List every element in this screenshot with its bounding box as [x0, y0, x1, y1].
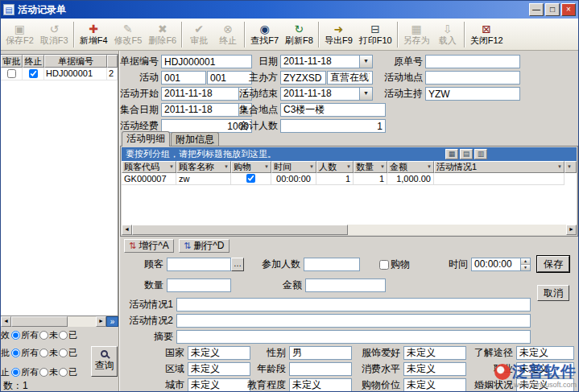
toolbar-add-button[interactable]: ✚ 新增F4 [77, 19, 111, 49]
total-people-input[interactable] [280, 119, 386, 133]
toolbar-load-button[interactable]: ⇩ 载入 [433, 19, 462, 49]
spin-down-icon[interactable]: ▼ [521, 265, 530, 270]
group-by-bar[interactable]: 要按列分组，请把列标题拖放到这里。 [122, 147, 577, 161]
qty-input[interactable] [167, 279, 231, 292]
filter-approve-not-radio[interactable] [39, 349, 48, 357]
delete-row-button[interactable]: ⇅ 删行^D [179, 239, 230, 253]
filter-arrow-icon[interactable]: ▼ [380, 162, 385, 172]
orig-no-input[interactable] [425, 55, 520, 68]
doclist-cell-terminate[interactable] [23, 68, 44, 80]
customer-browse-button[interactable]: … [231, 258, 244, 271]
filter-arrow-icon[interactable]: ▼ [557, 162, 562, 172]
grid-cell-time[interactable]: 00:00:00 [271, 173, 316, 185]
doclist-cell-partial[interactable]: 2 [107, 68, 118, 80]
doclist-header-approve[interactable]: 审批 [1, 55, 23, 68]
column-header-customer-code[interactable]: 顾客代码▼ [122, 161, 176, 173]
toolbar-print-button[interactable]: ⊟ 打印F10 [356, 19, 395, 49]
filter-effective-done[interactable]: 已 [59, 329, 77, 341]
situation2-input[interactable] [176, 314, 531, 328]
grid-cell-customer-code[interactable]: GK000007 [122, 173, 176, 185]
doc-no-input[interactable] [161, 55, 252, 68]
participants-input[interactable] [304, 258, 360, 271]
toolbar-refresh-button[interactable]: ↻ 刷新F8 [282, 19, 316, 49]
toolbar-terminate-button[interactable]: ⊗ 终止 [213, 19, 242, 49]
date-combo[interactable]: 2011-11-18▼ [280, 55, 373, 68]
filter-terminate-done-radio[interactable] [59, 368, 68, 377]
scroll-thumb[interactable] [11, 316, 68, 327]
toolbar-save-as-button[interactable]: ▦ 另存为 [400, 19, 433, 49]
spin-up-icon[interactable]: ▲ [521, 258, 530, 265]
end-date-combo[interactable]: 2011-11-18▼ [280, 87, 373, 101]
column-header-customer-name[interactable]: 顾客名称▼ [176, 161, 231, 173]
cancel-row-button[interactable]: 取消 [537, 285, 569, 301]
filter-arrow-icon[interactable]: ▼ [309, 162, 314, 172]
doclist-cell-approve[interactable] [1, 68, 23, 80]
approved-checkbox[interactable] [7, 69, 16, 78]
filter-effective-done-radio[interactable] [59, 331, 68, 340]
region-input[interactable] [188, 362, 250, 376]
column-header-people[interactable]: 人数▼ [316, 161, 354, 173]
filter-terminate-not-radio[interactable] [39, 368, 48, 377]
doclist-h-scrollbar[interactable]: ◄ ► [1, 316, 106, 327]
filter-arrow-icon[interactable]: ▼ [264, 162, 269, 172]
shopping-field[interactable]: 购物 [379, 258, 410, 271]
toolbar-export-button[interactable]: ➜ 导出F9 [321, 19, 356, 49]
scroll-left-icon[interactable]: ◄ [122, 225, 132, 235]
column-header-time[interactable]: 时间▼ [271, 161, 316, 173]
tab-extra-info[interactable]: 附加信息 [171, 132, 219, 146]
close-button[interactable]: × [561, 3, 576, 16]
minimize-button[interactable]: — [529, 3, 544, 16]
filter-arrow-icon[interactable]: ▼ [427, 162, 432, 172]
filter-approve-done[interactable]: 已 [59, 347, 77, 359]
filter-arrow-icon[interactable]: ▼ [224, 162, 229, 172]
time-field[interactable]: 00:00:00 ▲ ▼ [471, 258, 531, 271]
toolbar-cancel-button[interactable]: ↺ 取消F3 [37, 19, 72, 49]
title-bar[interactable]: ▤ 活动记录单 — □ × [1, 1, 578, 19]
column-header-situation1[interactable]: 活动情况1▼ [434, 161, 565, 173]
column-header-shopping[interactable]: 购物▼ [231, 161, 271, 173]
filter-effective-not-radio[interactable] [39, 331, 48, 340]
filter-approve-all[interactable]: 所有 [11, 347, 39, 359]
grid-cell-shopping[interactable] [231, 173, 271, 185]
filter-approve-not[interactable]: 未 [39, 347, 58, 359]
grid-cell-amount[interactable]: 1,000.00 [387, 173, 434, 185]
query-button[interactable]: 查询 [91, 346, 118, 377]
scroll-right-icon[interactable]: ► [96, 316, 106, 327]
country-input[interactable] [188, 346, 250, 360]
filter-effective-not[interactable]: 未 [39, 329, 58, 341]
grid-settings-icon[interactable]: ▥ [474, 149, 487, 159]
location-input[interactable] [425, 71, 520, 85]
filter-terminate-all[interactable]: 所有 [11, 366, 39, 378]
column-chooser-icon[interactable]: ▤ [460, 149, 473, 159]
doclist-cell-doc-no[interactable]: HDJ000001 [44, 68, 107, 80]
grid-cell-people[interactable]: 1 [316, 173, 354, 185]
filter-approve-all-radio[interactable] [11, 349, 20, 357]
maximize-button[interactable]: □ [545, 3, 560, 16]
filter-arrow-icon[interactable]: ▼ [169, 162, 174, 172]
column-header-qty[interactable]: 数量▼ [354, 161, 387, 173]
summary-input[interactable] [176, 330, 531, 344]
situation1-input[interactable] [176, 298, 531, 312]
terminated-checkbox[interactable] [29, 69, 38, 78]
filter-terminate-all-radio[interactable] [11, 368, 20, 377]
scroll-right-icon[interactable]: ► [566, 225, 577, 235]
channel-input[interactable] [516, 346, 574, 360]
export-grid-icon[interactable]: ▦ [445, 149, 458, 159]
toolbar-approve-button[interactable]: ✔ 审批 [184, 19, 213, 49]
doclist-header-terminate[interactable]: 终止 [23, 55, 44, 68]
toolbar-find-button[interactable]: ◉ 查找F7 [247, 19, 282, 49]
scroll-left-icon[interactable]: ◄ [1, 316, 11, 327]
toolbar-delete-button[interactable]: ✖ 删除F6 [145, 19, 180, 49]
column-header-amount[interactable]: 金额▼ [387, 161, 434, 173]
filter-arrow-icon[interactable]: ▼ [567, 162, 572, 172]
tab-activity-detail[interactable]: 活动明细 [122, 131, 170, 146]
filter-terminate-not[interactable]: 未 [39, 366, 58, 378]
toolbar-edit-button[interactable]: ✎ 修改F5 [111, 19, 146, 49]
organizer-code-input[interactable] [280, 71, 326, 85]
gather-place-input[interactable] [280, 103, 386, 117]
amount-input[interactable] [305, 279, 386, 292]
activity-code-input[interactable] [161, 71, 206, 85]
doclist-header-doc-no[interactable]: 单据编号 [44, 55, 107, 68]
column-header-partial[interactable]: ▼ [565, 161, 577, 173]
host-input[interactable] [425, 87, 520, 101]
